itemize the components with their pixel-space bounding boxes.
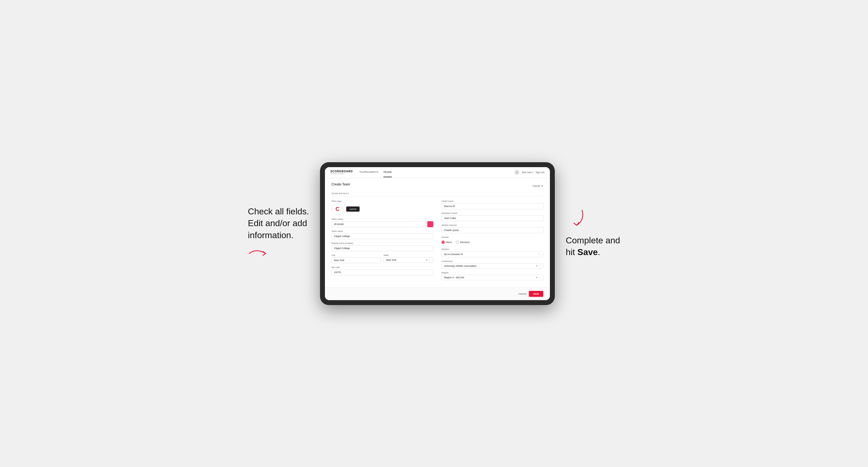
team-logo-label: Team logo xyxy=(332,200,433,203)
team-logo-group: Team logo C Upload xyxy=(332,200,433,215)
logo-main: SCOREBOARD xyxy=(330,170,353,173)
region-clear-icon[interactable]: ✕ xyxy=(536,276,538,279)
conference-group: Conference University Athletic Associati… xyxy=(441,260,544,269)
conference-arrows-icon: ⌄ xyxy=(539,264,541,267)
state-select-wrapper[interactable]: New York ✕ ⌄ xyxy=(383,257,433,263)
city-subgroup: City xyxy=(332,254,381,263)
athletic-director-input[interactable] xyxy=(441,227,544,233)
annotation-line3: information. xyxy=(248,230,293,240)
nav-link-teams[interactable]: TEAMS xyxy=(383,167,392,177)
head-coach-group: Head Coach xyxy=(441,200,544,209)
team-name-input[interactable] xyxy=(332,233,433,239)
close-icon: ✕ xyxy=(541,185,544,187)
head-coach-input[interactable] xyxy=(441,203,544,209)
left-col: Team logo C Upload xyxy=(332,200,433,283)
team-colour-group: Team colour xyxy=(332,218,433,227)
nav-user: Test User | xyxy=(522,171,533,174)
city-input[interactable] xyxy=(332,257,381,263)
form-footer: Cancel Save xyxy=(325,287,550,300)
section-label: TEAM DETAILS xyxy=(332,192,544,197)
division-select[interactable]: NCAA Division III xyxy=(441,251,544,257)
content-area: Create Team Cancel ✕ TEAM DETAILS Team l… xyxy=(325,178,550,287)
title-row: Create Team Cancel ✕ xyxy=(332,182,544,190)
annotation-line1: Check all fields. xyxy=(248,207,309,216)
gender-womens-option[interactable]: Womens xyxy=(456,241,470,244)
logo-sub: Powered by clippd xyxy=(330,173,353,175)
gender-mens-option[interactable]: Mens xyxy=(441,241,452,244)
page-title: Create Team xyxy=(332,182,350,186)
conference-value: University Athletic Association xyxy=(444,264,535,268)
cancel-top-btn[interactable]: Cancel ✕ xyxy=(532,185,544,187)
user-avatar: T xyxy=(515,170,519,175)
team-colour-label: Team colour xyxy=(332,218,433,220)
nav-right: T Test User | Sign out xyxy=(515,170,545,175)
left-arrow xyxy=(248,247,270,261)
city-state-row: City State New York ✕ ⌄ xyxy=(332,254,433,263)
left-annotation: Check all fields. Edit and/or add inform… xyxy=(248,206,309,261)
team-name-group: Team name xyxy=(332,230,433,239)
athletic-director-group: Athletic Director xyxy=(441,224,544,233)
gender-label: Gender xyxy=(441,236,544,239)
display-name-input[interactable] xyxy=(332,245,433,251)
region-group: Region Region II - (M) DIII ✕ ⌄ xyxy=(441,272,544,280)
state-label: State xyxy=(383,254,433,256)
annotation-right-line1: Complete and xyxy=(566,236,620,245)
gender-radio-group: Mens Womens xyxy=(441,239,544,245)
logo-upload-area: C Upload xyxy=(332,203,433,215)
state-arrows-icon: ⌄ xyxy=(429,259,431,261)
region-select-wrapper[interactable]: Region II - (M) DIII ✕ ⌄ xyxy=(441,275,544,280)
conference-clear-icon[interactable]: ✕ xyxy=(536,264,538,268)
nav-logo: SCOREBOARD Powered by clippd xyxy=(330,170,353,175)
color-field-wrapper xyxy=(332,221,433,227)
team-logo-circle: C xyxy=(332,203,343,215)
region-arrows-icon: ⌄ xyxy=(539,276,541,279)
team-name-label: Team name xyxy=(332,230,433,232)
state-clear-icon[interactable]: ✕ xyxy=(426,259,428,261)
annotation-right-line2: hit Save. xyxy=(566,247,600,257)
region-label: Region xyxy=(441,272,544,274)
color-swatch[interactable] xyxy=(427,221,433,227)
footer-save-button[interactable]: Save xyxy=(529,291,544,297)
region-value: Region II - (M) DIII xyxy=(444,276,535,279)
athletic-director-label: Athletic Director xyxy=(441,224,544,226)
city-label: City xyxy=(332,254,381,256)
upload-button[interactable]: Upload xyxy=(346,207,360,212)
nav-links: TOURNAMENTS TEAMS xyxy=(359,167,508,177)
nav-bar: SCOREBOARD Powered by clippd TOURNAMENTS… xyxy=(325,167,550,178)
display-name-group: Display name (unique) xyxy=(332,242,433,251)
nav-signout[interactable]: Sign out xyxy=(535,171,545,174)
city-state-group: City State New York ✕ ⌄ xyxy=(332,254,433,263)
conference-label: Conference xyxy=(441,260,544,262)
division-label: Division xyxy=(441,248,544,250)
conference-select-wrapper[interactable]: University Athletic Association ✕ ⌄ xyxy=(441,263,544,269)
state-value: New York xyxy=(386,259,425,261)
asst-coach-input[interactable] xyxy=(441,215,544,221)
right-arrow xyxy=(566,209,588,229)
zip-input[interactable] xyxy=(332,269,433,275)
asst-coach-group: Assistant Coach xyxy=(441,212,544,221)
zip-label: Zip code xyxy=(332,266,433,269)
state-subgroup: State New York ✕ ⌄ xyxy=(383,254,433,263)
annotation-line2: Edit and/or add xyxy=(248,218,307,228)
team-colour-input[interactable] xyxy=(332,221,426,227)
gender-womens-radio[interactable] xyxy=(456,241,459,244)
zip-group: Zip code xyxy=(332,266,433,275)
gender-mens-radio[interactable] xyxy=(441,241,445,244)
right-annotation: Complete and hit Save. xyxy=(566,209,620,258)
gender-group: Gender Mens Womens xyxy=(441,236,544,245)
tablet-frame: SCOREBOARD Powered by clippd TOURNAMENTS… xyxy=(320,162,555,305)
right-col: Head Coach Assistant Coach Athletic Dire… xyxy=(441,200,544,283)
form-grid: Team logo C Upload xyxy=(332,200,544,283)
division-group: Division NCAA Division III ⌃⌄ xyxy=(441,248,544,257)
head-coach-label: Head Coach xyxy=(441,200,544,203)
footer-cancel-button[interactable]: Cancel xyxy=(519,292,526,295)
division-select-wrapper: NCAA Division III ⌃⌄ xyxy=(441,251,544,257)
asst-coach-label: Assistant Coach xyxy=(441,212,544,214)
display-name-label: Display name (unique) xyxy=(332,242,433,244)
nav-link-tournaments[interactable]: TOURNAMENTS xyxy=(359,167,378,177)
tablet-screen: SCOREBOARD Powered by clippd TOURNAMENTS… xyxy=(325,167,550,300)
